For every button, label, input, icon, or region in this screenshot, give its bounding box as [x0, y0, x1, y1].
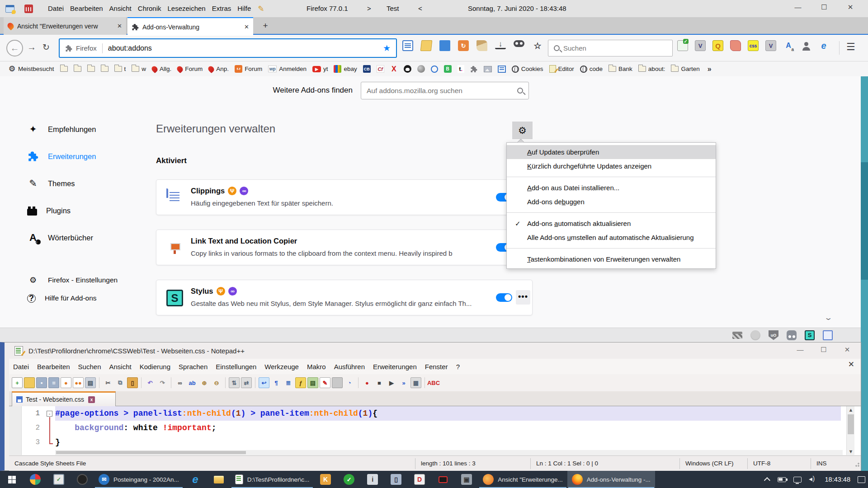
- bookmark-folder-1[interactable]: [60, 66, 68, 72]
- menu-bearbeiten[interactable]: Bearbeiten: [67, 0, 106, 17]
- npp-menu-suchen[interactable]: Suchen: [74, 363, 105, 371]
- bookmark-folder-w[interactable]: w: [132, 66, 146, 72]
- v-addon-icon[interactable]: V: [695, 40, 706, 51]
- tab-close-icon[interactable]: ✕: [117, 23, 122, 29]
- document-tab[interactable]: Test - Webseiten.css x: [12, 391, 116, 406]
- word-wrap-icon[interactable]: ↩: [259, 377, 269, 388]
- taskbar-capture-tool-icon[interactable]: ▣: [455, 471, 478, 488]
- bookmark-allg[interactable]: Allg.: [152, 66, 171, 72]
- menu-item-addons-debuggen[interactable]: Add-ons debuggen: [507, 195, 716, 209]
- network-monitor-icon[interactable]: [793, 477, 802, 483]
- folder-workspace-icon[interactable]: [332, 377, 343, 388]
- bookmark-folder-t[interactable]: t: [114, 66, 126, 72]
- css-addon-icon[interactable]: css: [748, 40, 759, 51]
- taskbar-firefox-task-1[interactable]: Ansicht "Erweiterunge...: [478, 471, 567, 488]
- greasemonkey-icon[interactable]: [750, 330, 760, 340]
- save-macro-icon[interactable]: ▦: [410, 377, 421, 388]
- bookmark-puzzle[interactable]: [470, 66, 478, 72]
- bookmark-folder-3[interactable]: [87, 66, 95, 72]
- volume-icon[interactable]: [809, 476, 818, 483]
- sidebar-item-plugins[interactable]: Plugins: [27, 201, 158, 221]
- npp-menu-werkzeuge[interactable]: Werkzeuge: [260, 363, 303, 371]
- addon-card-stylus[interactable]: SStylusΨooGestalte das Web neu mit Stylu…: [156, 280, 533, 315]
- mask-icon[interactable]: [514, 40, 524, 47]
- npp-menu-fenster[interactable]: Fenster: [421, 363, 452, 371]
- stylus-icon[interactable]: S: [805, 330, 815, 340]
- taskbar-disk-usage-icon[interactable]: [24, 471, 47, 488]
- status-eol-format[interactable]: Windows (CR LF): [680, 458, 748, 469]
- menu-chronik[interactable]: Chronik: [135, 0, 165, 17]
- npp-menu-erweiterungen[interactable]: Erweiterungen: [369, 363, 421, 371]
- bookmark-cf[interactable]: Cf: [377, 65, 384, 73]
- bookmark-margin[interactable]: [9, 406, 22, 455]
- close-button[interactable]: ✕: [840, 0, 861, 15]
- taskbar-remote-monitor-icon[interactable]: [431, 471, 455, 488]
- sidebar-item-firefox-einstellungen[interactable]: ⚙Firefox - Einstellungen: [27, 272, 158, 288]
- document-tab-close-icon[interactable]: x: [88, 396, 95, 403]
- zoom-out-icon[interactable]: ⊖: [211, 377, 222, 388]
- tab-close-icon[interactable]: ✕: [244, 23, 249, 30]
- run-macro-multi-icon[interactable]: »: [398, 377, 409, 388]
- npp-menu-ansicht[interactable]: Ansicht: [105, 363, 135, 371]
- bookmark-tumblr[interactable]: t: [458, 65, 464, 73]
- bookmark-overflow[interactable]: »: [706, 66, 713, 72]
- bookmark-editor[interactable]: Editor: [549, 65, 574, 73]
- taskbar-notepadpp-task[interactable]: D:\Test\Profilordner\c...: [231, 471, 314, 488]
- taskbar-file-explorer-icon[interactable]: [207, 471, 231, 488]
- toolbar-panel-icon[interactable]: [402, 40, 413, 51]
- sidebar-item-erweiterungen[interactable]: Erweiterungen: [27, 146, 158, 166]
- new-tab-button[interactable]: +: [259, 20, 272, 33]
- window-scrollbar[interactable]: [861, 76, 868, 471]
- bookmark-rows[interactable]: [498, 66, 506, 73]
- status-insert-mode[interactable]: INS: [811, 458, 852, 469]
- sync-icon[interactable]: ↻: [458, 40, 469, 51]
- function-list-icon[interactable]: ƒ: [295, 377, 306, 388]
- sync-e-icon[interactable]: e: [818, 40, 829, 51]
- resize-grip[interactable]: [853, 460, 860, 467]
- taskbar-fan-tool-icon[interactable]: [71, 471, 94, 488]
- person-icon[interactable]: [801, 40, 811, 51]
- taskbar-edge-icon[interactable]: e: [184, 471, 207, 488]
- q-search-addon-icon[interactable]: Q: [712, 40, 723, 51]
- npp-menu-makro[interactable]: Makro: [303, 363, 330, 371]
- record-macro-icon[interactable]: ●: [362, 377, 373, 388]
- tab-addons-verwaltung[interactable]: Add-ons-Verwaltung ✕: [127, 17, 253, 36]
- action-center-icon[interactable]: [858, 476, 865, 483]
- bookmark-ebay[interactable]: ebay: [334, 65, 357, 73]
- addon-card-link-text-and-location-copier[interactable]: Link Text and Location CopierCopy links …: [156, 230, 533, 265]
- addon-enable-toggle[interactable]: [496, 293, 512, 302]
- bookmark-folder-4[interactable]: [101, 66, 108, 72]
- open-file-icon[interactable]: [24, 377, 35, 388]
- sidebar-item-empfehlungen[interactable]: ✦Empfehlungen: [27, 119, 158, 139]
- maximize-button[interactable]: ☐: [814, 0, 835, 15]
- bookmark-anp[interactable]: Anp.: [208, 66, 229, 72]
- clippings-icon[interactable]: [823, 330, 833, 340]
- menu-ansicht[interactable]: Ansicht: [106, 0, 135, 17]
- bookmark-about[interactable]: about:: [638, 66, 665, 72]
- bookmark-star-icon[interactable]: ☆: [532, 40, 543, 51]
- sidebar-item-woerterbuecher[interactable]: AWörterbücher: [27, 228, 158, 248]
- cut-icon[interactable]: ✂: [103, 377, 113, 388]
- npp-menu-einstellungen[interactable]: Einstellungen: [212, 363, 260, 371]
- url-bar[interactable]: Firefox about:addons ★: [59, 38, 397, 58]
- scrollbar-thumb[interactable]: [848, 414, 854, 434]
- v-addon-icon-2[interactable]: V: [765, 40, 776, 51]
- paste-icon[interactable]: ▯: [127, 377, 138, 388]
- document-close-icon[interactable]: ✕: [848, 360, 854, 369]
- npp-menu-kodierung[interactable]: Kodierung: [136, 363, 175, 371]
- code-editor[interactable]: 123 - #page-options > panel-list:nth-chi…: [9, 406, 861, 455]
- reminderfox-calendar-icon[interactable]: [24, 5, 33, 13]
- bookmark-sphere[interactable]: [417, 65, 425, 73]
- scroll-addon-icon[interactable]: [730, 40, 741, 51]
- bookmark-yt[interactable]: ▶yt: [312, 66, 328, 72]
- stylish-icon[interactable]: [787, 330, 797, 340]
- menu-item-kuerzlich-updates-anzeigen[interactable]: Kürzlich durchgeführte Updates anzeigen: [507, 159, 716, 173]
- taskbar-d-tool-icon[interactable]: D: [408, 471, 431, 488]
- menu-hilfe[interactable]: Hilfe: [234, 0, 254, 17]
- bookmark-meistbesucht[interactable]: ⚙Meistbesucht: [8, 66, 54, 72]
- taskbar-monitor-tool-icon[interactable]: [47, 471, 71, 488]
- fold-margin[interactable]: -: [45, 406, 55, 455]
- show-symbols-icon[interactable]: ¶: [271, 377, 282, 388]
- menu-extras[interactable]: Extras: [209, 0, 235, 17]
- translate-icon[interactable]: A: [783, 40, 794, 51]
